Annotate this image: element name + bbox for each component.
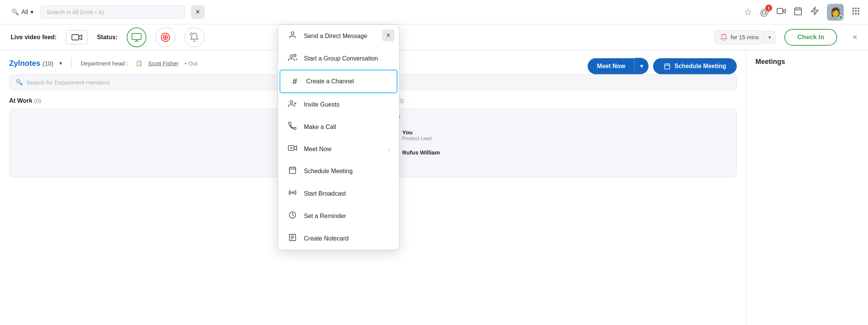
grid-icon[interactable] bbox=[851, 6, 860, 18]
meetings-header: Meetings bbox=[755, 58, 859, 66]
meet-now-dropdown-button[interactable]: ▾ bbox=[634, 58, 649, 74]
svg-rect-7 bbox=[855, 8, 857, 9]
menu-label-group-conversation: Start a Group Conversation bbox=[304, 55, 378, 62]
snooze-label: for 15 mins bbox=[731, 34, 759, 40]
calendar-icon[interactable] bbox=[793, 6, 803, 18]
svg-rect-12 bbox=[852, 13, 854, 14]
header-icons: ☆ @ 1 👩 bbox=[744, 4, 860, 21]
member-name-you: You bbox=[402, 129, 732, 135]
menu-item-group-conversation[interactable]: Start a Group Conversation bbox=[278, 47, 399, 70]
away-subheader: Out • 10 bbox=[381, 114, 732, 120]
menu-close-button[interactable]: × bbox=[382, 29, 394, 41]
dropdown-arrow-icon: ▾ bbox=[30, 8, 33, 16]
phone-icon bbox=[287, 122, 298, 132]
svg-point-31 bbox=[290, 101, 293, 104]
menu-item-set-reminder[interactable]: Set a Reminder bbox=[278, 205, 399, 227]
schedule-meeting-button[interactable]: Schedule Meeting bbox=[653, 58, 737, 74]
menu-label-invite-guests: Invite Guests bbox=[304, 101, 339, 108]
person-plus-icon bbox=[287, 99, 298, 110]
member-info-you: You Product Lead bbox=[402, 129, 732, 141]
menu-item-start-broadcast[interactable]: Start Broadcast bbox=[278, 182, 399, 205]
search-area: 🔍 All ▾ Search in All (cmd + k) bbox=[8, 5, 185, 19]
menu-label-set-reminder: Set a Reminder bbox=[304, 213, 346, 220]
at-icon[interactable]: @ 1 bbox=[760, 7, 769, 18]
dept-divider bbox=[71, 58, 72, 69]
header-bar: 🔍 All ▾ Search in All (cmd + k) × ☆ @ 1 bbox=[0, 0, 868, 24]
meet-now-arrow-icon: › bbox=[388, 146, 390, 153]
svg-rect-17 bbox=[132, 33, 141, 40]
menu-item-direct-message[interactable]: Send a Direct Message bbox=[278, 25, 399, 47]
status-bell-button[interactable] bbox=[184, 27, 204, 47]
svg-point-42 bbox=[292, 192, 293, 193]
away-box: Out • 10 👩 You Product Lead bbox=[376, 109, 737, 177]
dept-head-label: Department head : bbox=[81, 60, 128, 67]
dept-dropdown-arrow[interactable]: ▾ bbox=[59, 60, 62, 66]
all-dropdown[interactable]: 🔍 All ▾ bbox=[8, 6, 37, 18]
svg-point-30 bbox=[294, 54, 296, 57]
meet-now-button[interactable]: Meet Now bbox=[588, 58, 634, 74]
dropdown-menu: × Send a Direct Message Start a Group Co… bbox=[278, 24, 399, 250]
menu-label-schedule-meeting: Schedule Meeting bbox=[304, 168, 353, 175]
menu-item-meet-now[interactable]: Meet Now › bbox=[278, 138, 399, 160]
main-content: Zylnotes (10) ▾ Department head : 📋 Scot… bbox=[0, 50, 868, 325]
svg-marker-35 bbox=[294, 146, 297, 150]
svg-rect-10 bbox=[855, 10, 857, 12]
search-placeholder: Search in All (cmd + k) bbox=[47, 9, 104, 15]
svg-rect-14 bbox=[858, 13, 859, 14]
svg-point-22 bbox=[165, 37, 166, 38]
meetings-section: Meetings bbox=[746, 50, 868, 325]
camera-icon[interactable] bbox=[777, 6, 786, 18]
calendar-menu-icon bbox=[287, 166, 298, 176]
video-plus-icon bbox=[287, 144, 298, 154]
svg-rect-6 bbox=[852, 8, 854, 9]
search-input-box[interactable]: Search in All (cmd + k) bbox=[40, 5, 185, 19]
lightning-icon[interactable] bbox=[810, 6, 819, 18]
reminder-icon bbox=[287, 211, 298, 221]
search-close-button[interactable]: × bbox=[191, 5, 205, 19]
search-icon: 🔍 bbox=[11, 8, 19, 16]
status-label: Status: bbox=[97, 34, 118, 41]
menu-item-create-notecard[interactable]: Create Notecard bbox=[278, 227, 399, 250]
member-info-rufus: Rufus William bbox=[402, 149, 732, 156]
svg-rect-11 bbox=[858, 10, 859, 12]
snooze-button[interactable]: for 15 mins bbox=[714, 30, 765, 45]
away-section: Away (10) Out • 10 👩 You Product Lead bbox=[376, 97, 737, 177]
svg-point-28 bbox=[291, 32, 294, 35]
hash-icon: # bbox=[289, 76, 300, 86]
svg-rect-8 bbox=[858, 8, 859, 9]
menu-item-make-call[interactable]: Make a Call bbox=[278, 116, 399, 138]
member-row: 👩 You Product Lead bbox=[381, 124, 732, 147]
svg-rect-38 bbox=[289, 167, 296, 174]
svg-marker-16 bbox=[79, 35, 82, 40]
menu-label-create-channel: Create a Channel bbox=[306, 78, 354, 85]
user-avatar[interactable]: 👩 bbox=[827, 4, 844, 21]
person-icon bbox=[287, 31, 298, 41]
menu-label-start-broadcast: Start Broadcast bbox=[304, 190, 346, 197]
notecard-icon bbox=[287, 233, 298, 244]
menu-item-create-channel[interactable]: # Create a Channel bbox=[280, 70, 397, 93]
second-bar: Live video feed: Status: for 15 mins bbox=[0, 24, 868, 50]
close-panel-button[interactable]: × bbox=[852, 32, 857, 42]
department-name[interactable]: Zylnotes (10) bbox=[9, 59, 53, 68]
svg-rect-24 bbox=[665, 64, 670, 69]
svg-rect-9 bbox=[852, 10, 854, 12]
svg-rect-15 bbox=[72, 35, 79, 40]
star-icon[interactable]: ☆ bbox=[744, 7, 752, 18]
menu-label-make-call: Make a Call bbox=[304, 124, 336, 131]
status-target-button[interactable] bbox=[156, 27, 175, 47]
away-header: Away (10) bbox=[376, 97, 737, 104]
menu-item-invite-guests[interactable]: Invite Guests bbox=[278, 93, 399, 116]
snooze-dropdown-arrow[interactable]: ▾ bbox=[765, 31, 775, 44]
menu-item-schedule-meeting[interactable]: Schedule Meeting bbox=[278, 160, 399, 182]
notification-badge: 1 bbox=[765, 5, 772, 11]
checkin-button[interactable]: Check In bbox=[784, 29, 837, 46]
video-feed-button[interactable] bbox=[66, 30, 88, 45]
dept-head-name[interactable]: Scott Fisher bbox=[148, 60, 179, 67]
status-monitor-button[interactable] bbox=[127, 27, 146, 47]
menu-label-create-notecard: Create Notecard bbox=[304, 235, 348, 242]
snooze-area: for 15 mins ▾ bbox=[714, 30, 775, 45]
member-role-you: Product Lead bbox=[402, 135, 732, 141]
member-row-2: 👦 Rufus William bbox=[381, 147, 732, 158]
avatar-online-indicator bbox=[838, 15, 843, 20]
svg-rect-0 bbox=[777, 8, 783, 14]
